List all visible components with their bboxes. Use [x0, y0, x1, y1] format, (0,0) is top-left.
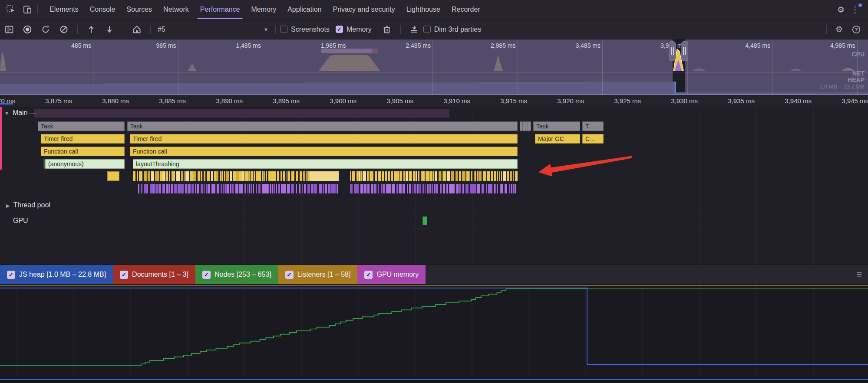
- flame-stripe[interactable]: [153, 184, 155, 193]
- flame-stripe[interactable]: [447, 171, 450, 181]
- flame-stripe[interactable]: [268, 171, 272, 181]
- flame-stripe[interactable]: [206, 184, 208, 193]
- flame-stripe[interactable]: [258, 184, 261, 193]
- flame-stripe[interactable]: [495, 184, 496, 193]
- flame-stripe[interactable]: [417, 184, 419, 193]
- help-icon[interactable]: ?: [851, 24, 862, 35]
- flame-stripe[interactable]: [171, 184, 173, 193]
- flame-stripe[interactable]: [185, 171, 189, 181]
- flame-stripe[interactable]: [352, 171, 355, 181]
- flame-stripe[interactable]: [429, 171, 432, 181]
- flame-stripe[interactable]: [224, 171, 225, 181]
- flame-stripe[interactable]: [513, 171, 514, 181]
- flame-stripe[interactable]: [160, 171, 163, 181]
- flame-stripe[interactable]: [178, 184, 179, 193]
- flame-stripe[interactable]: [181, 171, 183, 181]
- flame-stripe[interactable]: [501, 184, 503, 193]
- flame-stripe[interactable]: [421, 171, 422, 181]
- flame-stripe[interactable]: [363, 171, 366, 181]
- flame-stripe[interactable]: [482, 184, 484, 193]
- flame-stripe[interactable]: [404, 184, 405, 193]
- flame-stripe[interactable]: [397, 171, 399, 181]
- flame-stripe[interactable]: [367, 171, 369, 181]
- flame-stripe[interactable]: [494, 171, 496, 181]
- flame-stripe[interactable]: [413, 184, 413, 193]
- flame-stripe[interactable]: [266, 171, 267, 181]
- flame-stripe[interactable]: [328, 184, 330, 193]
- flame-stripe[interactable]: [242, 171, 244, 181]
- legend-checkbox[interactable]: ✓: [120, 271, 128, 279]
- flame-stripe[interactable]: [422, 171, 425, 181]
- flame-stripe[interactable]: [150, 184, 153, 193]
- toggle-sidebar-icon[interactable]: [3, 24, 15, 35]
- load-profile-icon[interactable]: [86, 24, 97, 35]
- dim-3rd-parties-checkbox[interactable]: ✓: [423, 26, 431, 33]
- flame-stripe[interactable]: [278, 184, 280, 193]
- legend-checkbox[interactable]: ✓: [202, 271, 211, 279]
- gpu-activity-bar[interactable]: [422, 216, 427, 225]
- flame-stripe[interactable]: [300, 171, 302, 181]
- flame-stripe[interactable]: [436, 184, 438, 193]
- flame-stripe[interactable]: [139, 171, 142, 181]
- flame-stripe[interactable]: [304, 184, 306, 193]
- legend-item-documents[interactable]: ✓Documents [1 – 3]: [113, 265, 195, 284]
- selection-right-handle[interactable]: [681, 41, 688, 61]
- flame-stripe[interactable]: [392, 184, 395, 193]
- tab-elements[interactable]: Elements: [44, 0, 84, 19]
- flame-stripe[interactable]: [399, 184, 402, 193]
- flame-stripe[interactable]: [232, 184, 234, 193]
- flame-stripe[interactable]: [359, 171, 360, 181]
- flame-stripe[interactable]: [370, 171, 371, 181]
- flame-stripe[interactable]: [323, 184, 324, 193]
- flame-stripe[interactable]: [443, 184, 445, 193]
- flame-stripe[interactable]: [248, 184, 248, 193]
- flame-stripe[interactable]: [451, 171, 454, 181]
- flame-stripe[interactable]: [350, 171, 351, 181]
- flame-stripe[interactable]: [409, 184, 411, 193]
- flame-stripe[interactable]: [513, 184, 515, 193]
- legend-menu-icon[interactable]: ≡: [856, 269, 862, 280]
- flame-stripe[interactable]: [399, 171, 402, 181]
- tab-recorder[interactable]: Recorder: [446, 0, 486, 19]
- flame-stripe[interactable]: [440, 184, 442, 193]
- flame-stripe[interactable]: [394, 171, 397, 181]
- flame-stripe[interactable]: [172, 171, 174, 181]
- flame-stripe[interactable]: [146, 184, 148, 193]
- tab-privacy-and-security[interactable]: Privacy and security: [327, 0, 400, 19]
- flame-stripe[interactable]: [249, 184, 250, 193]
- flame-bar-timer-fired[interactable]: Timer fired: [130, 134, 518, 144]
- flame-stripe[interactable]: [446, 184, 448, 193]
- flame-stripe[interactable]: [459, 184, 461, 193]
- more-options-icon[interactable]: ⋮: [848, 4, 862, 15]
- flame-stripe[interactable]: [239, 171, 242, 181]
- flame-stripe[interactable]: [201, 171, 202, 181]
- flame-stripe[interactable]: [195, 184, 196, 193]
- flame-stripe[interactable]: [224, 184, 227, 193]
- flame-stripe[interactable]: [291, 184, 294, 193]
- flame-stripe[interactable]: [262, 171, 264, 181]
- flame-stripe[interactable]: [303, 171, 305, 181]
- flame-stripe[interactable]: [479, 171, 482, 181]
- flame-stripe[interactable]: [396, 184, 398, 193]
- flame-stripe[interactable]: [211, 184, 215, 193]
- legend-checkbox[interactable]: ✓: [285, 271, 294, 279]
- flame-stripe[interactable]: [505, 184, 507, 193]
- flame-stripe[interactable]: [306, 171, 307, 181]
- flame-stripe[interactable]: [190, 171, 194, 181]
- flame-stripe[interactable]: [248, 171, 250, 181]
- flame-stripe[interactable]: [354, 184, 359, 193]
- flame-stripe[interactable]: [422, 184, 424, 193]
- flame-stripe[interactable]: [501, 171, 502, 181]
- home-icon[interactable]: [131, 24, 142, 35]
- flame-stripe[interactable]: [409, 171, 412, 181]
- flame-bar[interactable]: [528, 121, 531, 131]
- flame-stripe[interactable]: [455, 171, 458, 181]
- thread-pool-track-header[interactable]: ▶Thread pool: [6, 201, 50, 209]
- flame-stripe[interactable]: [244, 184, 246, 193]
- flame-stripe[interactable]: [151, 171, 154, 181]
- flame-stripe[interactable]: [148, 171, 150, 181]
- tab-lighthouse[interactable]: Lighthouse: [401, 0, 446, 19]
- flame-stripe[interactable]: [356, 171, 359, 181]
- flame-stripe[interactable]: [281, 184, 283, 193]
- flame-stripe[interactable]: [466, 171, 469, 181]
